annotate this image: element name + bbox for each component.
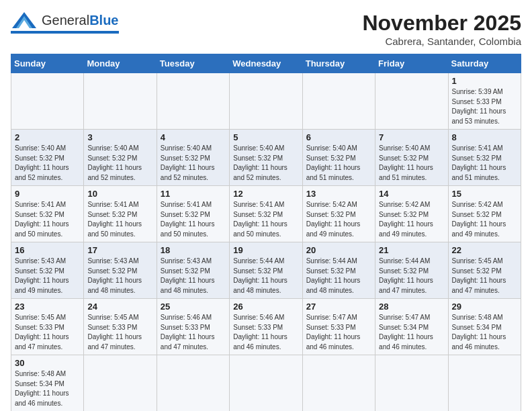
calendar-cell bbox=[230, 355, 302, 412]
location-subtitle: Cabrera, Santander, Colombia bbox=[362, 36, 521, 47]
day-info: Sunrise: 5:40 AM Sunset: 5:32 PM Dayligh… bbox=[161, 144, 226, 183]
day-number: 25 bbox=[161, 302, 226, 312]
calendar-cell: 10Sunrise: 5:41 AM Sunset: 5:32 PM Dayli… bbox=[84, 186, 157, 242]
calendar-cell bbox=[375, 73, 448, 130]
logo-general: General bbox=[42, 13, 89, 28]
day-number: 13 bbox=[306, 189, 371, 199]
day-number: 27 bbox=[306, 302, 371, 312]
day-info: Sunrise: 5:43 AM Sunset: 5:32 PM Dayligh… bbox=[161, 257, 226, 295]
logo-blue: Blue bbox=[89, 13, 118, 28]
day-info: Sunrise: 5:40 AM Sunset: 5:32 PM Dayligh… bbox=[87, 144, 152, 183]
calendar-week-row: 2Sunrise: 5:40 AM Sunset: 5:32 PM Daylig… bbox=[11, 130, 521, 186]
day-number: 8 bbox=[452, 132, 517, 142]
month-year-title: November 2025 bbox=[362, 11, 521, 36]
day-number: 9 bbox=[15, 189, 80, 199]
calendar-cell bbox=[11, 73, 84, 130]
day-info: Sunrise: 5:41 AM Sunset: 5:32 PM Dayligh… bbox=[233, 200, 298, 239]
calendar-cell: 28Sunrise: 5:47 AM Sunset: 5:34 PM Dayli… bbox=[375, 299, 448, 355]
day-number: 15 bbox=[452, 189, 517, 199]
day-number: 16 bbox=[15, 245, 80, 255]
day-number: 5 bbox=[233, 132, 298, 142]
calendar-cell: 7Sunrise: 5:40 AM Sunset: 5:32 PM Daylig… bbox=[375, 130, 448, 186]
weekday-header-monday: Monday bbox=[84, 54, 157, 73]
day-info: Sunrise: 5:41 AM Sunset: 5:32 PM Dayligh… bbox=[15, 200, 80, 239]
calendar-cell: 6Sunrise: 5:40 AM Sunset: 5:32 PM Daylig… bbox=[302, 130, 375, 186]
day-number: 3 bbox=[87, 132, 152, 142]
weekday-header-friday: Friday bbox=[375, 54, 448, 73]
calendar-cell: 9Sunrise: 5:41 AM Sunset: 5:32 PM Daylig… bbox=[11, 186, 84, 242]
day-number: 26 bbox=[233, 302, 298, 312]
day-info: Sunrise: 5:48 AM Sunset: 5:34 PM Dayligh… bbox=[15, 369, 80, 408]
day-number: 20 bbox=[306, 245, 371, 255]
day-info: Sunrise: 5:42 AM Sunset: 5:32 PM Dayligh… bbox=[452, 200, 517, 239]
calendar-week-row: 23Sunrise: 5:45 AM Sunset: 5:33 PM Dayli… bbox=[11, 299, 521, 355]
weekday-header-wednesday: Wednesday bbox=[230, 54, 302, 73]
day-info: Sunrise: 5:45 AM Sunset: 5:32 PM Dayligh… bbox=[452, 257, 517, 295]
day-info: Sunrise: 5:46 AM Sunset: 5:33 PM Dayligh… bbox=[161, 313, 226, 352]
day-number: 24 bbox=[87, 302, 152, 312]
day-info: Sunrise: 5:43 AM Sunset: 5:32 PM Dayligh… bbox=[15, 257, 80, 295]
calendar-cell: 21Sunrise: 5:44 AM Sunset: 5:32 PM Dayli… bbox=[375, 242, 448, 299]
logo-divider bbox=[11, 31, 119, 34]
calendar-cell: 29Sunrise: 5:48 AM Sunset: 5:34 PM Dayli… bbox=[448, 299, 521, 355]
calendar-cell bbox=[375, 355, 448, 412]
calendar-cell bbox=[84, 73, 157, 130]
day-info: Sunrise: 5:45 AM Sunset: 5:33 PM Dayligh… bbox=[87, 313, 152, 352]
calendar-cell bbox=[230, 73, 302, 130]
day-info: Sunrise: 5:42 AM Sunset: 5:32 PM Dayligh… bbox=[306, 200, 371, 239]
calendar-cell bbox=[448, 355, 521, 412]
calendar-cell: 11Sunrise: 5:41 AM Sunset: 5:32 PM Dayli… bbox=[157, 186, 229, 242]
day-number: 28 bbox=[379, 302, 444, 312]
calendar-week-row: 9Sunrise: 5:41 AM Sunset: 5:32 PM Daylig… bbox=[11, 186, 521, 242]
calendar-cell: 30Sunrise: 5:48 AM Sunset: 5:34 PM Dayli… bbox=[11, 355, 84, 412]
day-info: Sunrise: 5:44 AM Sunset: 5:32 PM Dayligh… bbox=[379, 257, 444, 295]
calendar-cell: 24Sunrise: 5:45 AM Sunset: 5:33 PM Dayli… bbox=[84, 299, 157, 355]
logo-icon bbox=[11, 11, 38, 30]
calendar-cell: 3Sunrise: 5:40 AM Sunset: 5:32 PM Daylig… bbox=[84, 130, 157, 186]
calendar-cell: 18Sunrise: 5:43 AM Sunset: 5:32 PM Dayli… bbox=[157, 242, 229, 299]
calendar-week-row: 30Sunrise: 5:48 AM Sunset: 5:34 PM Dayli… bbox=[11, 355, 521, 412]
calendar-cell: 25Sunrise: 5:46 AM Sunset: 5:33 PM Dayli… bbox=[157, 299, 229, 355]
weekday-header-thursday: Thursday bbox=[302, 54, 375, 73]
weekday-header-sunday: Sunday bbox=[11, 54, 84, 73]
day-info: Sunrise: 5:39 AM Sunset: 5:33 PM Dayligh… bbox=[452, 87, 517, 126]
calendar-cell: 4Sunrise: 5:40 AM Sunset: 5:32 PM Daylig… bbox=[157, 130, 229, 186]
day-number: 18 bbox=[161, 245, 226, 255]
day-info: Sunrise: 5:48 AM Sunset: 5:34 PM Dayligh… bbox=[452, 313, 517, 352]
calendar-cell: 8Sunrise: 5:41 AM Sunset: 5:32 PM Daylig… bbox=[448, 130, 521, 186]
day-info: Sunrise: 5:43 AM Sunset: 5:32 PM Dayligh… bbox=[87, 257, 152, 295]
day-info: Sunrise: 5:47 AM Sunset: 5:33 PM Dayligh… bbox=[306, 313, 371, 352]
calendar-cell: 13Sunrise: 5:42 AM Sunset: 5:32 PM Dayli… bbox=[302, 186, 375, 242]
day-number: 2 bbox=[15, 132, 80, 142]
calendar-body: 1Sunrise: 5:39 AM Sunset: 5:33 PM Daylig… bbox=[11, 73, 521, 412]
calendar-cell bbox=[157, 355, 229, 412]
weekday-header-saturday: Saturday bbox=[448, 54, 521, 73]
day-number: 23 bbox=[15, 302, 80, 312]
day-number: 14 bbox=[379, 189, 444, 199]
calendar-week-row: 1Sunrise: 5:39 AM Sunset: 5:33 PM Daylig… bbox=[11, 73, 521, 130]
calendar-cell: 5Sunrise: 5:40 AM Sunset: 5:32 PM Daylig… bbox=[230, 130, 302, 186]
calendar-table: SundayMondayTuesdayWednesdayThursdayFrid… bbox=[11, 54, 521, 411]
day-info: Sunrise: 5:46 AM Sunset: 5:33 PM Dayligh… bbox=[233, 313, 298, 352]
day-number: 12 bbox=[233, 189, 298, 199]
day-info: Sunrise: 5:44 AM Sunset: 5:32 PM Dayligh… bbox=[306, 257, 371, 295]
day-info: Sunrise: 5:42 AM Sunset: 5:32 PM Dayligh… bbox=[379, 200, 444, 239]
day-number: 6 bbox=[306, 132, 371, 142]
calendar-cell bbox=[84, 355, 157, 412]
day-info: Sunrise: 5:40 AM Sunset: 5:32 PM Dayligh… bbox=[379, 144, 444, 183]
calendar-cell: 23Sunrise: 5:45 AM Sunset: 5:33 PM Dayli… bbox=[11, 299, 84, 355]
calendar-cell: 14Sunrise: 5:42 AM Sunset: 5:32 PM Dayli… bbox=[375, 186, 448, 242]
day-number: 1 bbox=[452, 76, 517, 86]
day-number: 21 bbox=[379, 245, 444, 255]
weekday-header-row: SundayMondayTuesdayWednesdayThursdayFrid… bbox=[11, 54, 521, 73]
calendar-cell: 22Sunrise: 5:45 AM Sunset: 5:32 PM Dayli… bbox=[448, 242, 521, 299]
day-info: Sunrise: 5:47 AM Sunset: 5:34 PM Dayligh… bbox=[379, 313, 444, 352]
calendar-header: SundayMondayTuesdayWednesdayThursdayFrid… bbox=[11, 54, 521, 73]
title-area: November 2025 Cabrera, Santander, Colomb… bbox=[362, 11, 521, 47]
day-info: Sunrise: 5:44 AM Sunset: 5:32 PM Dayligh… bbox=[233, 257, 298, 295]
calendar-cell bbox=[157, 73, 229, 130]
calendar-cell: 26Sunrise: 5:46 AM Sunset: 5:33 PM Dayli… bbox=[230, 299, 302, 355]
calendar-cell: 2Sunrise: 5:40 AM Sunset: 5:32 PM Daylig… bbox=[11, 130, 84, 186]
page-header: GeneralBlue November 2025 Cabrera, Santa… bbox=[11, 11, 521, 47]
day-info: Sunrise: 5:40 AM Sunset: 5:32 PM Dayligh… bbox=[233, 144, 298, 183]
